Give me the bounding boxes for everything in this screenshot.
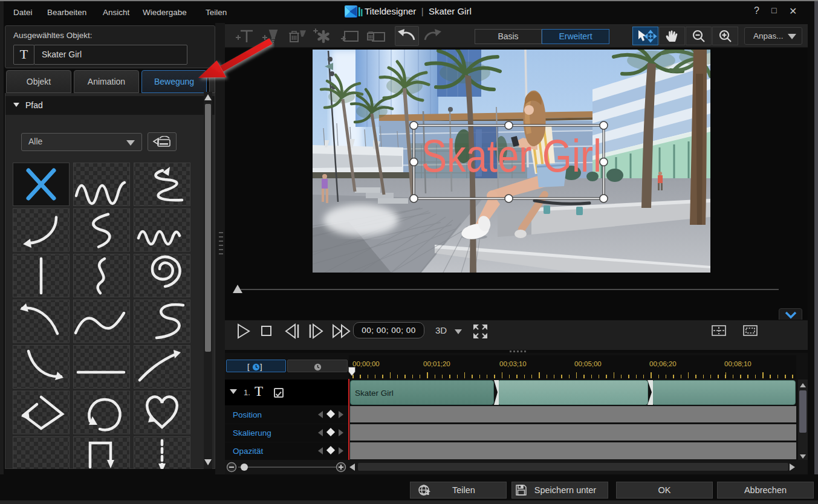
svg-text:Skater Girl: Skater Girl bbox=[421, 130, 602, 181]
